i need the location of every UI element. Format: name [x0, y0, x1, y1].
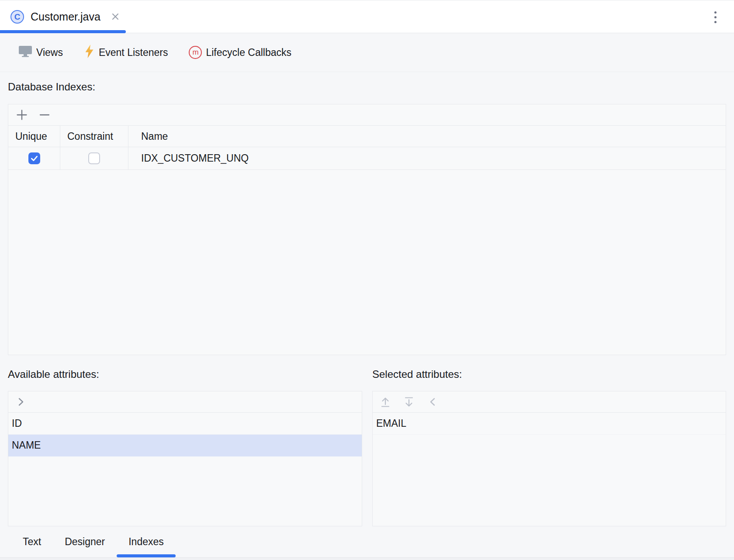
column-header-unique: Unique	[8, 126, 60, 147]
kebab-menu-icon[interactable]	[710, 10, 721, 24]
constraint-cell	[60, 147, 128, 169]
selected-attributes-panel: EMAIL	[372, 391, 726, 526]
class-icon: C	[10, 10, 24, 24]
window-bottom-edge	[0, 557, 734, 560]
available-attributes-label: Available attributes:	[8, 368, 372, 381]
available-attributes-toolbar	[8, 391, 362, 413]
tab-title: Customer.java	[31, 10, 100, 23]
index-table-toolbar	[8, 104, 726, 126]
list-item[interactable]: ID	[8, 413, 362, 435]
tab-indexes[interactable]: Indexes	[117, 526, 176, 557]
remove-index-button[interactable]	[38, 108, 52, 122]
column-header-constraint: Constraint	[60, 126, 128, 147]
lightning-icon	[84, 44, 95, 61]
list-item-selected[interactable]: NAME	[8, 435, 362, 456]
active-tab-underline	[0, 30, 126, 33]
editor-tab-bar: C Customer.java	[0, 0, 734, 33]
unique-cell	[8, 147, 60, 169]
move-right-button[interactable]	[14, 395, 28, 409]
toolbar-item-label: Views	[36, 47, 63, 59]
index-table-header: Unique Constraint Name	[8, 126, 726, 147]
constraint-checkbox-unchecked[interactable]	[88, 152, 100, 164]
move-down-button[interactable]	[402, 395, 416, 409]
index-name-cell: IDX_CUSTOMER_UNQ	[128, 147, 726, 169]
view-mode-tab-bar: Text Designer Indexes	[0, 526, 734, 557]
selected-attributes-toolbar	[373, 391, 726, 413]
tab-text[interactable]: Text	[11, 526, 53, 557]
toolbar-item-views[interactable]: Views	[18, 45, 63, 60]
move-up-button[interactable]	[378, 395, 392, 409]
available-attributes-panel: ID NAME	[8, 391, 362, 526]
tab-designer[interactable]: Designer	[53, 526, 117, 557]
toolbar-item-label: Event Listeners	[99, 47, 168, 59]
method-icon: m	[189, 46, 202, 59]
designer-toolbar: Views Event Listeners m Lifecycle Callba…	[0, 33, 734, 72]
column-header-name: Name	[128, 126, 726, 147]
toolbar-item-event-listeners[interactable]: Event Listeners	[84, 44, 168, 61]
list-item[interactable]: EMAIL	[373, 413, 726, 435]
move-left-button[interactable]	[426, 395, 440, 409]
selected-attributes-label: Selected attributes:	[372, 368, 462, 381]
add-index-button[interactable]	[15, 108, 29, 122]
database-indexes-label: Database Indexes:	[8, 80, 726, 93]
unique-checkbox-checked[interactable]	[28, 152, 40, 164]
index-table-empty-area	[8, 170, 726, 355]
index-table-row[interactable]: IDX_CUSTOMER_UNQ	[8, 147, 726, 170]
monitor-icon	[18, 45, 32, 60]
editor-tab-customer-java[interactable]: C Customer.java	[0, 0, 125, 33]
toolbar-item-lifecycle-callbacks[interactable]: m Lifecycle Callbacks	[189, 46, 291, 59]
toolbar-item-label: Lifecycle Callbacks	[206, 47, 291, 59]
indexes-designer-content: Database Indexes: Unique Constraint Name	[0, 80, 734, 526]
database-indexes-table: Unique Constraint Name IDX_CUSTOMER_UNQ	[8, 104, 726, 355]
close-tab-icon[interactable]	[111, 12, 120, 21]
